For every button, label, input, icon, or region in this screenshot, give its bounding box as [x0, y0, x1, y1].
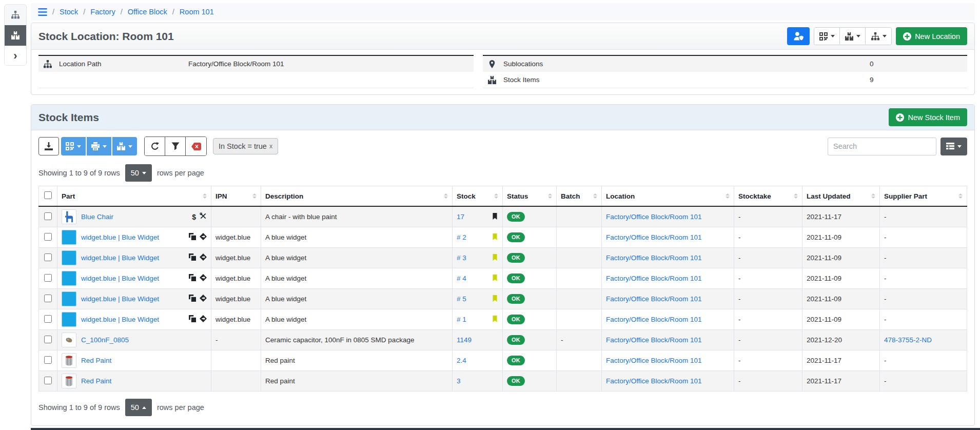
trackable-icon — [200, 315, 207, 324]
table-row: Blue Chair$A chair - with blue paint17OK… — [39, 206, 967, 227]
showing-rows-text: Showing 1 to 9 of 9 rows — [38, 169, 120, 177]
stock-quantity-link[interactable]: 2.4 — [457, 357, 466, 364]
part-link[interactable]: widget.blue | Blue Widget — [81, 295, 159, 303]
supplier-part-link[interactable]: 478-3755-2-ND — [884, 336, 932, 344]
column-header-status[interactable]: Status — [503, 186, 557, 207]
page-size-select[interactable]: 50 — [125, 399, 152, 416]
new-location-button[interactable]: New Location — [896, 27, 967, 45]
breadcrumb-link[interactable]: Office Block — [128, 8, 167, 16]
row-checkbox[interactable] — [44, 315, 52, 323]
table-row: C_100nF_0805-Ceramic capacitor, 100nF in… — [39, 330, 967, 350]
print-actions-dropdown[interactable] — [87, 137, 111, 155]
stock-quantity-link[interactable]: # 5 — [457, 295, 466, 303]
ipn-cell — [211, 206, 261, 227]
new-stock-item-button[interactable]: New Stock Item — [889, 108, 967, 126]
location-link[interactable]: Factory/Office Block/Room 101 — [606, 275, 702, 282]
stock-actions-dropdown[interactable] — [840, 28, 866, 45]
sort-arrows-icon[interactable] — [441, 193, 448, 199]
location-link[interactable]: Factory/Office Block/Room 101 — [606, 316, 702, 323]
stock-quantity-link[interactable]: 1149 — [457, 336, 472, 344]
row-checkbox[interactable] — [44, 356, 52, 364]
clear-filters-button[interactable] — [186, 137, 206, 155]
breadcrumb-link[interactable]: Stock — [60, 8, 78, 16]
supplier-part-cell: - — [880, 248, 967, 268]
part-link[interactable]: Red Paint — [81, 357, 111, 364]
part-link[interactable]: widget.blue | Blue Widget — [81, 316, 159, 323]
sidebar-item-stock-items[interactable] — [5, 25, 26, 46]
location-actions-dropdown[interactable] — [866, 28, 891, 45]
batch-cell — [557, 206, 602, 227]
stock-quantity-link[interactable]: # 2 — [457, 233, 466, 241]
column-header-supplier-part[interactable]: Supplier Part — [880, 186, 967, 207]
barcode-actions-dropdown[interactable] — [61, 137, 86, 155]
part-link[interactable]: widget.blue | Blue Widget — [81, 233, 159, 241]
row-checkbox[interactable] — [44, 377, 52, 384]
column-header-location[interactable]: Location — [602, 186, 734, 207]
description-cell: A blue widget — [261, 248, 453, 268]
stocktake-cell: - — [734, 330, 802, 350]
row-checkbox[interactable] — [44, 253, 52, 261]
sidebar-item-location-tree[interactable] — [5, 5, 26, 25]
column-header-description[interactable]: Description — [261, 186, 453, 207]
row-checkbox[interactable] — [44, 212, 52, 220]
sort-arrows-icon[interactable] — [868, 193, 875, 199]
select-all-checkbox[interactable] — [44, 191, 52, 199]
breadcrumb-link[interactable]: Factory — [90, 8, 115, 16]
sort-arrows-icon[interactable] — [200, 193, 207, 199]
sort-arrows-icon[interactable] — [590, 193, 597, 199]
supplier-part-cell: - — [880, 268, 967, 289]
column-header-batch[interactable]: Batch — [557, 186, 602, 207]
row-checkbox[interactable] — [44, 295, 52, 302]
stock-quantity-link[interactable]: 3 — [457, 377, 461, 385]
row-checkbox[interactable] — [44, 233, 52, 241]
columns-dropdown-button[interactable] — [940, 138, 967, 155]
part-link[interactable]: widget.blue | Blue Widget — [81, 275, 159, 282]
sidebar-expand-button[interactable]: › — [5, 46, 26, 65]
stock-quantity-link[interactable]: # 1 — [457, 316, 466, 323]
breadcrumb-separator: / — [172, 8, 174, 16]
sort-arrows-icon[interactable] — [491, 193, 498, 199]
download-button[interactable] — [38, 137, 59, 155]
sort-arrows-icon[interactable] — [791, 193, 798, 199]
part-link[interactable]: Red Paint — [81, 377, 111, 385]
sort-arrows-icon[interactable] — [722, 193, 730, 199]
remove-filter-icon[interactable]: x — [269, 143, 272, 150]
active-filter-chip[interactable]: In Stock = true x — [213, 138, 278, 154]
location-link[interactable]: Factory/Office Block/Room 101 — [606, 254, 702, 262]
column-header-part[interactable]: Part — [57, 186, 211, 207]
stock-options-dropdown[interactable] — [112, 137, 137, 155]
column-header-stock[interactable]: Stock — [453, 186, 503, 207]
part-link[interactable]: Blue Chair — [81, 213, 113, 221]
location-link[interactable]: Factory/Office Block/Room 101 — [606, 295, 702, 303]
location-link[interactable]: Factory/Office Block/Room 101 — [606, 213, 702, 221]
part-link[interactable]: C_100nF_0805 — [81, 336, 129, 344]
location-link[interactable]: Factory/Office Block/Room 101 — [606, 357, 702, 364]
stock-quantity-link[interactable]: # 3 — [457, 254, 466, 262]
sort-arrows-icon[interactable] — [545, 193, 552, 199]
column-header-ipn[interactable]: IPN — [211, 186, 261, 207]
hamburger-icon[interactable] — [38, 8, 47, 16]
location-link[interactable]: Factory/Office Block/Room 101 — [606, 377, 702, 385]
filter-button[interactable] — [165, 137, 186, 155]
refresh-button[interactable] — [145, 137, 165, 155]
stock-quantity-link[interactable]: # 4 — [457, 275, 466, 282]
sort-arrows-icon[interactable] — [955, 193, 963, 199]
column-header-last-updated[interactable]: Last Updated — [802, 186, 880, 207]
row-checkbox[interactable] — [44, 274, 52, 282]
location-link[interactable]: Factory/Office Block/Room 101 — [606, 233, 702, 241]
stocktake-cell: - — [734, 248, 802, 268]
breadcrumb-link[interactable]: Room 101 — [180, 8, 214, 16]
ipn-cell: - — [211, 330, 261, 350]
column-header-stocktake[interactable]: Stocktake — [734, 186, 802, 207]
part-link[interactable]: widget.blue | Blue Widget — [81, 254, 159, 262]
barcode-actions-dropdown[interactable] — [814, 28, 840, 45]
row-checkbox[interactable] — [44, 336, 52, 343]
sort-arrows-icon[interactable] — [249, 193, 257, 199]
location-link[interactable]: Factory/Office Block/Room 101 — [606, 336, 702, 344]
description-cell: Red paint — [261, 350, 453, 371]
search-input[interactable] — [828, 138, 936, 155]
page-size-select[interactable]: 50 — [125, 164, 152, 182]
stock-quantity-link[interactable]: 17 — [457, 213, 464, 221]
ipn-cell — [211, 350, 261, 371]
user-roles-button[interactable] — [787, 27, 810, 45]
